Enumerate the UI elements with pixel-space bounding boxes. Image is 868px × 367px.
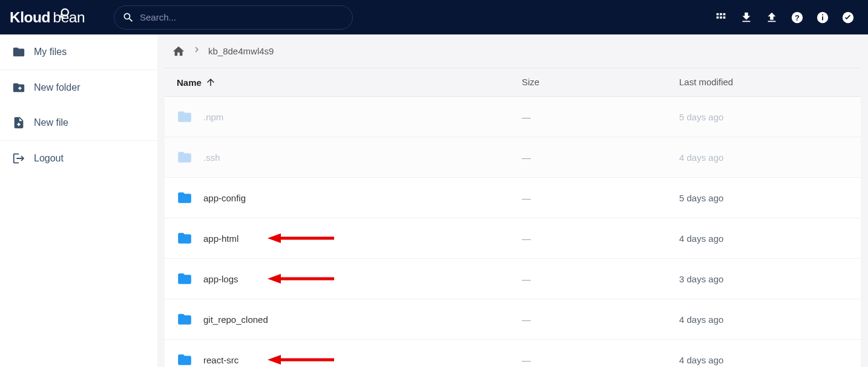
sidebar-item-my-files[interactable]: My files (0, 34, 157, 70)
column-name-label: Name (177, 77, 202, 88)
table-row[interactable]: .npm—5 days ago (165, 97, 861, 137)
search-input[interactable] (114, 5, 353, 30)
file-modified: 4 days ago (679, 233, 849, 244)
svg-text:Kloud: Kloud (10, 8, 50, 25)
file-size: — (522, 112, 679, 122)
svg-text:?: ? (795, 13, 800, 22)
new-file-icon (12, 116, 25, 129)
logout-icon (12, 152, 25, 165)
table-row[interactable]: git_repo_cloned—4 days ago (165, 299, 861, 340)
file-modified: 4 days ago (679, 314, 849, 325)
sidebar-item-label: New folder (34, 82, 80, 93)
file-size: — (522, 193, 679, 203)
file-modified: 5 days ago (679, 112, 849, 122)
sidebar-item-logout[interactable]: Logout (0, 141, 157, 176)
sort-asc-icon (205, 77, 216, 88)
folder-icon (177, 230, 192, 246)
sidebar: My files New folder New file Logout (0, 34, 157, 367)
file-table: Name Size Last modified .npm—5 days ago.… (165, 68, 861, 367)
file-size: — (522, 355, 679, 365)
file-name: app-html (203, 233, 522, 244)
file-modified: 3 days ago (679, 274, 849, 284)
folder-icon (177, 149, 192, 165)
table-header: Name Size Last modified (165, 68, 861, 97)
file-name: git_repo_cloned (203, 314, 522, 325)
search-icon (122, 11, 134, 24)
svg-rect-6 (822, 16, 823, 20)
brand-logo: Kloud bean (10, 7, 107, 28)
svg-text:bean: bean (53, 8, 85, 25)
column-header-modified[interactable]: Last modified (679, 77, 849, 88)
folder-icon (177, 190, 192, 206)
file-size: — (522, 152, 679, 163)
file-name: app-config (203, 193, 522, 203)
file-size: — (522, 233, 679, 244)
file-name: react-src (203, 355, 522, 365)
file-modified: 4 days ago (679, 152, 849, 163)
breadcrumb-current[interactable]: kb_8de4mwl4s9 (208, 46, 274, 56)
table-row[interactable]: app-logs—3 days ago (165, 259, 861, 299)
info-icon[interactable] (816, 11, 829, 24)
folder-icon (177, 271, 192, 287)
download-icon[interactable] (740, 11, 753, 24)
table-row[interactable]: .ssh—4 days ago (165, 137, 861, 178)
folder-icon (177, 109, 192, 125)
upload-icon[interactable] (765, 11, 778, 24)
table-row[interactable]: app-html—4 days ago (165, 218, 861, 259)
app-header: Kloud bean ? (0, 0, 868, 34)
header-actions: ? (714, 11, 858, 24)
file-name: .npm (203, 112, 522, 122)
file-modified: 5 days ago (679, 193, 849, 203)
breadcrumb: kb_8de4mwl4s9 (165, 34, 861, 68)
file-modified: 4 days ago (679, 355, 849, 365)
table-row[interactable]: app-config—5 days ago (165, 178, 861, 218)
sidebar-item-label: My files (34, 47, 67, 57)
search-wrap (114, 5, 353, 30)
help-icon[interactable]: ? (791, 11, 804, 24)
main-pane: kb_8de4mwl4s9 Name Size Last modified .n… (157, 34, 868, 367)
sidebar-item-new-file[interactable]: New file (0, 105, 157, 141)
file-name: app-logs (203, 274, 522, 284)
folder-icon (12, 45, 25, 59)
chevron-right-icon (191, 44, 202, 58)
column-header-size[interactable]: Size (522, 77, 679, 88)
table-row[interactable]: react-src—4 days ago (165, 340, 861, 367)
svg-rect-7 (822, 14, 823, 15)
grid-view-icon[interactable] (714, 11, 728, 24)
file-name: .ssh (203, 152, 522, 163)
folder-icon (177, 311, 192, 327)
column-header-name[interactable]: Name (177, 77, 522, 88)
sidebar-item-label: Logout (34, 153, 64, 164)
folder-icon (177, 352, 192, 367)
sidebar-item-new-folder[interactable]: New folder (0, 70, 157, 105)
new-folder-icon (12, 81, 25, 94)
file-size: — (522, 274, 679, 284)
check-icon[interactable] (841, 11, 855, 24)
home-icon[interactable] (172, 45, 185, 58)
sidebar-item-label: New file (34, 117, 68, 128)
file-size: — (522, 314, 679, 325)
